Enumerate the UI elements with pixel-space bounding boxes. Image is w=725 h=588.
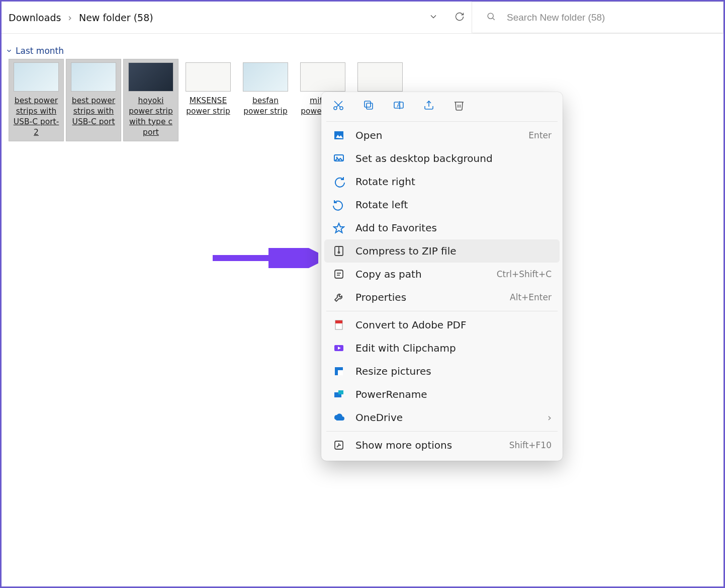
menu-label: OneDrive [355, 411, 403, 424]
file-label: besfan power strip [240, 96, 291, 117]
menu-convert-to-pdf[interactable]: Convert to Adobe PDF [321, 313, 563, 337]
thumbnail-icon [300, 62, 345, 92]
menu-label: Copy as path [355, 268, 422, 280]
menu-edit-with-clipchamp[interactable]: Edit with Clipchamp [321, 337, 563, 360]
svg-rect-27 [335, 320, 342, 323]
group-header-last-month[interactable]: Last month [6, 46, 723, 56]
address-bar[interactable]: Downloads › New folder (58) [2, 2, 472, 33]
file-label: hoyoki power strip with type c port [126, 96, 176, 138]
file-item[interactable]: best power strips with USB-C port-2 [9, 59, 64, 141]
menu-compress-to-zip[interactable]: Compress to ZIP file [324, 239, 560, 263]
menu-set-desktop-background[interactable]: Set as desktop background [321, 147, 563, 170]
thumbnail-icon [128, 62, 173, 92]
breadcrumb-separator: › [68, 12, 72, 23]
menu-show-more-options[interactable]: Show more options Shift+F10 [321, 434, 563, 457]
svg-text:A: A [397, 102, 401, 109]
menu-properties[interactable]: Properties Alt+Enter [321, 286, 563, 309]
annotation-arrow [213, 248, 318, 268]
svg-rect-23 [335, 270, 343, 278]
share-icon[interactable] [423, 99, 435, 113]
svg-marker-19 [334, 223, 344, 233]
thumbnail-icon [186, 62, 231, 92]
copy-path-icon [332, 268, 345, 281]
rename-icon[interactable]: A [393, 99, 405, 113]
file-item[interactable]: best power strips with USB-C port [66, 59, 121, 141]
delete-icon[interactable] [453, 99, 465, 113]
thumbnail-icon [357, 62, 403, 92]
svg-line-1 [493, 18, 495, 20]
more-options-icon [332, 439, 345, 452]
menu-rotate-left[interactable]: Rotate left [321, 193, 563, 216]
copy-icon[interactable] [362, 99, 375, 113]
search-box[interactable] [472, 2, 723, 33]
menu-add-to-favorites[interactable]: Add to Favorites [321, 216, 563, 239]
resize-icon [332, 365, 345, 378]
wrench-icon [332, 291, 345, 304]
file-item[interactable]: MKSENSE power strip [180, 59, 236, 141]
file-label: best power strips with USB-C port [68, 96, 119, 127]
menu-label: Rotate right [355, 176, 415, 188]
menu-divider [326, 431, 558, 432]
menu-divider [326, 121, 558, 122]
menu-power-rename[interactable]: PowerRename [321, 383, 563, 406]
menu-copy-as-path[interactable]: Copy as path Ctrl+Shift+C [321, 263, 563, 286]
thumbnail-icon [71, 62, 116, 92]
menu-label: PowerRename [355, 388, 427, 400]
breadcrumb-root[interactable]: Downloads [9, 12, 61, 23]
menu-shortcut: Shift+F10 [509, 440, 552, 450]
chevron-right-icon: › [548, 411, 552, 424]
rotate-left-icon [332, 198, 345, 211]
pdf-icon [332, 318, 345, 331]
menu-onedrive[interactable]: OneDrive › [321, 406, 563, 429]
search-icon [486, 12, 496, 23]
star-icon [332, 221, 345, 234]
menu-shortcut: Enter [528, 130, 552, 140]
menu-label: Show more options [355, 439, 452, 451]
file-label: MKSENSE power strip [183, 96, 233, 117]
svg-point-0 [488, 13, 493, 19]
chevron-down-icon[interactable] [428, 12, 438, 24]
breadcrumb-current[interactable]: New folder (58) [79, 12, 153, 23]
menu-label: Convert to Adobe PDF [355, 319, 466, 331]
menu-label: Edit with Clipchamp [355, 342, 456, 354]
picture-icon [332, 129, 345, 142]
menu-label: Resize pictures [355, 365, 431, 377]
thumbnail-icon [14, 62, 59, 92]
menu-label: Compress to ZIP file [355, 245, 457, 257]
group-label: Last month [16, 46, 64, 56]
menu-open[interactable]: Open Enter [321, 124, 563, 147]
clipchamp-icon [332, 342, 345, 355]
svg-point-22 [338, 252, 340, 254]
thumbnail-icon [243, 62, 288, 92]
context-menu: A Open Enter Set as desktop background R… [321, 92, 563, 461]
search-input[interactable] [507, 12, 709, 23]
svg-rect-33 [338, 390, 343, 394]
menu-rotate-right[interactable]: Rotate right [321, 170, 563, 193]
menu-label: Open [355, 129, 382, 141]
menu-label: Add to Favorites [355, 222, 437, 234]
file-item[interactable]: besfan power strip [238, 59, 293, 141]
menu-shortcut: Ctrl+Shift+C [497, 269, 552, 279]
svg-rect-8 [365, 101, 371, 107]
svg-rect-7 [367, 103, 373, 109]
file-item[interactable]: hoyoki power strip with type c port [123, 59, 178, 141]
file-label: best power strips with USB-C port-2 [11, 96, 61, 138]
rotate-right-icon [332, 175, 345, 188]
menu-divider [326, 311, 558, 311]
cut-icon[interactable] [332, 99, 344, 113]
menu-label: Set as desktop background [355, 152, 493, 164]
zip-icon [332, 244, 345, 258]
menu-resize-pictures[interactable]: Resize pictures [321, 360, 563, 383]
menu-shortcut: Alt+Enter [510, 292, 552, 302]
power-rename-icon [332, 388, 345, 401]
menu-label: Rotate left [355, 199, 408, 211]
menu-label: Properties [355, 291, 406, 303]
refresh-icon[interactable] [455, 12, 465, 24]
onedrive-icon [332, 411, 345, 424]
svg-rect-31 [338, 370, 343, 375]
desktop-background-icon [332, 152, 345, 165]
